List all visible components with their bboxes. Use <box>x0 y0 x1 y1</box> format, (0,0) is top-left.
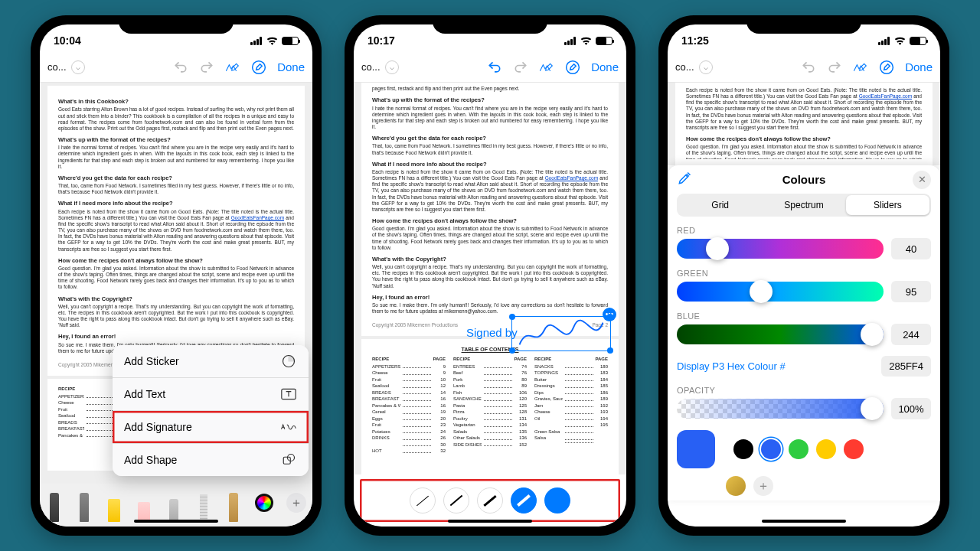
swatch-green[interactable] <box>789 439 808 459</box>
markup-toggle-icon[interactable] <box>225 60 240 75</box>
cellular-icon <box>250 37 263 45</box>
signature-label: Signed by <box>466 326 518 341</box>
pencil-tool[interactable] <box>225 490 242 522</box>
svg-point-5 <box>567 60 580 73</box>
add-button[interactable]: ＋ <box>286 493 306 513</box>
tab-sliders[interactable]: Sliders <box>846 195 929 215</box>
stroke-regular[interactable] <box>443 487 469 514</box>
swatch-blue[interactable] <box>761 439 781 459</box>
blue-value[interactable]: 244 <box>891 324 931 345</box>
red-label: RED <box>677 226 931 235</box>
blue-label: BLUE <box>677 311 931 321</box>
swatch-yellow[interactable] <box>816 439 836 459</box>
svg-point-6 <box>880 60 893 73</box>
tab-grid[interactable]: Grid <box>678 195 762 215</box>
home-indicator[interactable] <box>134 520 218 523</box>
pen-circle-icon[interactable] <box>565 60 580 75</box>
marker-tool[interactable] <box>76 490 93 522</box>
redo-button[interactable] <box>199 60 214 75</box>
markup-toggle-icon[interactable] <box>853 60 868 75</box>
battery-icon <box>282 37 299 45</box>
title-dropdown[interactable]: ⌵ <box>699 60 713 74</box>
opacity-label: OPACITY <box>677 386 931 395</box>
phone-mockup-1: 10:04 co... ⌵ Done What's in this C <box>31 15 322 536</box>
colour-picker-button[interactable] <box>255 494 273 512</box>
swatch-red[interactable] <box>844 439 864 459</box>
clock: 10:17 <box>368 34 395 47</box>
markup-toolbar: co... ⌵ Done <box>40 52 312 83</box>
pen-circle-icon[interactable] <box>879 60 894 75</box>
signature-icon <box>280 420 297 434</box>
stroke-colour-button[interactable] <box>544 487 570 514</box>
red-slider[interactable] <box>677 239 884 259</box>
green-label: GREEN <box>677 269 931 278</box>
undo-button[interactable] <box>487 60 502 75</box>
add-signature-item[interactable]: Add Signature <box>113 411 309 444</box>
add-sticker-item[interactable]: Add Sticker <box>113 345 309 378</box>
pen-tool[interactable] <box>46 490 63 522</box>
add-text-item[interactable]: Add Text <box>113 378 309 411</box>
stroke-bold[interactable] <box>511 487 537 514</box>
hex-value[interactable]: 285FF4 <box>881 356 931 377</box>
phone-mockup-2: 10:17 co...⌵ Done pages first, restack a… <box>345 15 635 536</box>
ruler-tool[interactable] <box>195 490 212 522</box>
eyedropper-icon[interactable] <box>677 171 692 189</box>
done-button[interactable]: Done <box>591 60 619 73</box>
colours-panel: Colours ✕ Grid Spectrum Sliders RED 40 G… <box>668 165 940 500</box>
undo-button[interactable] <box>801 60 816 75</box>
stroke-weight-picker <box>360 479 620 522</box>
wifi-icon <box>266 37 278 45</box>
title-dropdown[interactable]: ⌵ <box>385 60 399 74</box>
blue-slider[interactable] <box>677 324 884 344</box>
red-value[interactable]: 40 <box>891 238 931 259</box>
add-menu: Add Sticker Add Text Add Signature Add S… <box>113 345 309 476</box>
add-shape-item[interactable]: Add Shape <box>113 444 309 476</box>
phone-mockup-3: 11:25 co...⌵ Done Each recipe is noted f… <box>658 15 949 536</box>
eraser-tool[interactable] <box>136 490 152 522</box>
close-button[interactable]: ✕ <box>913 171 931 189</box>
svg-point-0 <box>253 60 266 73</box>
clock: 10:04 <box>54 34 81 47</box>
green-slider[interactable] <box>677 282 884 302</box>
signature-stroke <box>512 317 610 350</box>
redo-button[interactable] <box>513 60 528 75</box>
opacity-value[interactable]: 100% <box>891 398 931 419</box>
pen-circle-icon[interactable] <box>251 60 266 75</box>
green-value[interactable]: 95 <box>891 281 931 302</box>
text-icon <box>280 387 297 401</box>
home-indicator[interactable] <box>448 520 532 523</box>
swatch-black[interactable] <box>733 439 753 459</box>
highlighter-tool[interactable] <box>106 490 122 522</box>
document-view[interactable]: pages first, restack and flip and then p… <box>354 83 626 474</box>
markup-toggle-icon[interactable] <box>539 60 554 75</box>
done-button[interactable]: Done <box>277 60 305 73</box>
sticker-icon <box>280 354 297 368</box>
opacity-slider[interactable] <box>677 399 884 419</box>
redo-button[interactable] <box>827 60 842 75</box>
svg-point-4 <box>288 455 295 461</box>
undo-button[interactable] <box>173 60 188 75</box>
lasso-tool[interactable] <box>165 490 182 522</box>
swatch-gold[interactable] <box>726 476 746 496</box>
swatch-add[interactable]: ＋ <box>753 476 773 496</box>
current-colour-swatch <box>677 430 715 468</box>
title-dropdown[interactable]: ⌵ <box>71 60 85 74</box>
shape-icon <box>280 453 297 467</box>
hex-label[interactable]: Display P3 Hex Colour # <box>677 360 786 372</box>
stroke-thin[interactable] <box>410 487 436 514</box>
document-title: co... <box>47 61 67 73</box>
mode-segmented-control[interactable]: Grid Spectrum Sliders <box>677 194 931 217</box>
stroke-medium[interactable] <box>477 487 503 514</box>
signature-selection[interactable]: Signed by ••• <box>511 316 611 351</box>
swatch-row <box>677 430 931 468</box>
home-indicator[interactable] <box>762 520 846 523</box>
done-button[interactable]: Done <box>905 60 933 73</box>
panel-title: Colours <box>782 173 826 186</box>
clock: 11:25 <box>681 34 709 47</box>
tab-spectrum[interactable]: Spectrum <box>762 195 845 215</box>
